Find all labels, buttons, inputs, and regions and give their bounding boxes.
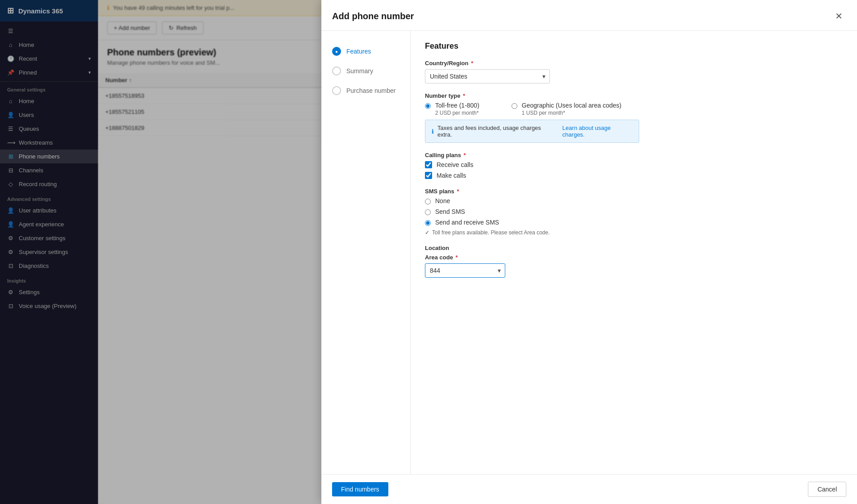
sms-send-radio[interactable] bbox=[425, 209, 431, 215]
radio-toll-free: Toll-free (1-800) 2 USD per month* bbox=[425, 102, 479, 116]
info-circle-icon: ℹ bbox=[432, 128, 434, 135]
make-calls-option: Make calls bbox=[425, 172, 843, 179]
step-circle-purchase bbox=[332, 86, 341, 95]
toll-free-note-text: Toll free plans available. Please select… bbox=[432, 229, 550, 236]
step-label-summary: Summary bbox=[346, 67, 373, 75]
usage-charges-link[interactable]: Learn about usage charges. bbox=[562, 125, 632, 138]
modal-body: ● Features Summary Purchase number Featu… bbox=[321, 31, 857, 474]
add-phone-number-modal: Add phone number ✕ ● Features Summary Pu… bbox=[321, 0, 857, 504]
step-label-purchase: Purchase number bbox=[346, 87, 396, 94]
receive-calls-option: Receive calls bbox=[425, 161, 843, 168]
steps-panel: ● Features Summary Purchase number bbox=[321, 31, 411, 474]
receive-calls-checkbox[interactable] bbox=[425, 161, 432, 168]
toll-free-sub: 2 USD per month* bbox=[435, 110, 479, 116]
area-code-select[interactable]: 844 bbox=[425, 263, 505, 278]
area-code-label: Area code * bbox=[425, 254, 843, 261]
form-panel: Features Country/Region * United States bbox=[411, 31, 857, 474]
sms-options: None Send SMS Send and receive SMS bbox=[425, 197, 843, 226]
checkmark-icon: ✓ bbox=[425, 229, 429, 236]
radio-geographic: Geographic (Uses local area codes) 1 USD… bbox=[512, 102, 621, 116]
area-code-field: Area code * 844 bbox=[425, 254, 843, 278]
cancel-button[interactable]: Cancel bbox=[808, 482, 846, 497]
number-type-label: Number type * bbox=[425, 92, 843, 99]
toll-free-label: Toll-free (1-800) bbox=[435, 102, 479, 109]
modal-title: Add phone number bbox=[332, 11, 414, 21]
step-summary[interactable]: Summary bbox=[321, 61, 410, 81]
country-region-select-wrapper: United States bbox=[425, 69, 550, 83]
geographic-label: Geographic (Uses local area codes) bbox=[522, 102, 621, 109]
form-section-title: Features bbox=[425, 42, 843, 51]
sms-plans-field: SMS plans * None Send SMS bbox=[425, 188, 843, 236]
step-label-features: Features bbox=[346, 48, 371, 55]
calling-plans-checkboxes: Receive calls Make calls bbox=[425, 161, 843, 179]
sms-send-label: Send SMS bbox=[435, 208, 465, 215]
make-calls-label: Make calls bbox=[437, 172, 466, 179]
sms-send-receive-label: Send and receive SMS bbox=[435, 219, 499, 226]
footer-left: Find numbers bbox=[332, 482, 388, 496]
location-label: Location bbox=[425, 245, 843, 251]
country-region-label: Country/Region * bbox=[425, 60, 843, 67]
modal-header: Add phone number ✕ bbox=[321, 0, 857, 31]
footer-right: Cancel bbox=[808, 482, 846, 497]
sms-none-radio[interactable] bbox=[425, 199, 431, 204]
location-field: Location Area code * 844 bbox=[425, 245, 843, 278]
geographic-radio[interactable] bbox=[512, 103, 517, 109]
info-text: Taxes and fees included, usage charges e… bbox=[437, 125, 553, 138]
toll-free-radio[interactable] bbox=[425, 103, 431, 109]
country-region-select[interactable]: United States bbox=[425, 69, 550, 83]
modal-overlay: Add phone number ✕ ● Features Summary Pu… bbox=[0, 0, 857, 504]
toll-free-note: ✓ Toll free plans available. Please sele… bbox=[425, 229, 843, 236]
receive-calls-label: Receive calls bbox=[437, 161, 473, 168]
geographic-sub: 1 USD per month* bbox=[522, 110, 621, 116]
step-circle-features: ● bbox=[332, 47, 341, 56]
sms-send-receive-option: Send and receive SMS bbox=[425, 219, 843, 226]
step-features[interactable]: ● Features bbox=[321, 42, 410, 61]
sms-none-option: None bbox=[425, 197, 843, 204]
calling-plans-label: Calling plans * bbox=[425, 152, 843, 158]
usage-charges-info: ℹ Taxes and fees included, usage charges… bbox=[425, 120, 639, 143]
modal-close-button[interactable]: ✕ bbox=[832, 9, 846, 23]
sms-send-receive-radio[interactable] bbox=[425, 220, 431, 226]
sms-plans-label: SMS plans * bbox=[425, 188, 843, 195]
sms-send-option: Send SMS bbox=[425, 208, 843, 215]
number-type-options: Toll-free (1-800) 2 USD per month* Geogr… bbox=[425, 102, 843, 116]
step-circle-summary bbox=[332, 67, 341, 75]
calling-plans-field: Calling plans * Receive calls Make calls bbox=[425, 152, 843, 179]
step-purchase-number[interactable]: Purchase number bbox=[321, 81, 410, 100]
sms-none-label: None bbox=[435, 197, 450, 204]
country-region-field: Country/Region * United States bbox=[425, 60, 843, 83]
find-numbers-button[interactable]: Find numbers bbox=[332, 482, 388, 496]
make-calls-checkbox[interactable] bbox=[425, 172, 432, 179]
area-code-select-wrapper: 844 bbox=[425, 263, 505, 278]
number-type-field: Number type * Toll-free (1-800) 2 USD pe… bbox=[425, 92, 843, 143]
modal-footer: Find numbers Cancel bbox=[321, 474, 857, 504]
